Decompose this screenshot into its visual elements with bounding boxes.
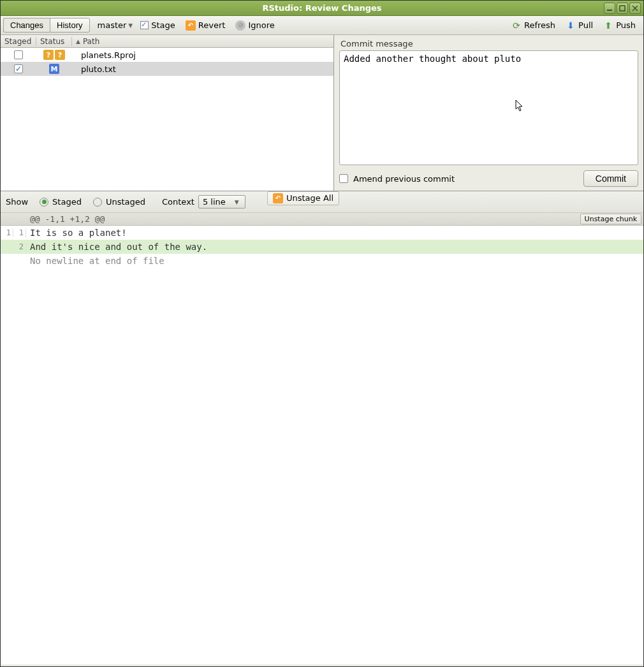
hunk-header: @@ -1,1 +1,2 @@ Unstage chunk — [1, 213, 643, 226]
stage-button[interactable]: Stage — [136, 19, 179, 31]
col-status[interactable]: Status — [36, 37, 72, 46]
col-staged[interactable]: Staged — [1, 37, 36, 46]
status-badge: M — [49, 64, 59, 74]
diff-line-text: And it's nice and out of the way. — [26, 242, 207, 252]
revert-button[interactable]: ↶ Revert — [182, 19, 230, 32]
diff-toolbar: Show Staged Unstaged Context 5 line ▼ ↶ … — [1, 191, 643, 213]
commit-message-label: Commit message — [339, 38, 638, 50]
diff-line[interactable]: 11It is so a planet! — [1, 226, 643, 240]
file-list-pane: Staged Status ▲ Path ??planets.RprojMplu… — [1, 35, 334, 191]
radio-staged[interactable] — [40, 198, 48, 207]
stage-checkbox[interactable] — [14, 64, 23, 73]
col-path[interactable]: ▲ Path — [72, 37, 333, 46]
radio-unstaged[interactable] — [93, 198, 102, 207]
stage-label: Stage — [151, 20, 175, 30]
refresh-label: Refresh — [524, 20, 555, 30]
show-label: Show — [6, 197, 28, 207]
file-row[interactable]: Mpluto.txt — [1, 62, 333, 76]
context-label: Context — [162, 197, 194, 207]
pull-button[interactable]: ⬇ Pull — [562, 19, 597, 32]
pull-icon: ⬇ — [566, 20, 576, 31]
context-select[interactable]: 5 line ▼ — [198, 195, 245, 209]
push-label: Push — [616, 20, 636, 30]
diff-view: @@ -1,1 +1,2 @@ Unstage chunk 11It is so… — [1, 213, 643, 664]
chevron-down-icon: ▼ — [235, 199, 239, 205]
revert-icon: ↶ — [273, 193, 283, 203]
col-path-label: Path — [83, 37, 99, 46]
branch-selector[interactable]: master ▼ — [95, 19, 136, 31]
window-title: RStudio: Review Changes — [262, 3, 381, 13]
branch-name: master — [98, 20, 127, 30]
radio-unstaged-label: Unstaged — [106, 197, 145, 207]
tab-history[interactable]: History — [50, 18, 89, 33]
push-icon: ⬆ — [603, 20, 613, 31]
pull-label: Pull — [578, 20, 593, 30]
revert-icon: ↶ — [186, 20, 196, 31]
diff-line[interactable]: 2And it's nice and out of the way. — [1, 240, 643, 254]
chevron-down-icon: ▼ — [128, 22, 133, 29]
push-button[interactable]: ⬆ Push — [599, 19, 640, 32]
amend-label: Amend previous commit — [353, 174, 455, 184]
svg-rect-1 — [620, 6, 625, 11]
main-toolbar: Changes History master ▼ Stage ↶ Revert … — [1, 16, 643, 35]
revert-label: Revert — [198, 20, 226, 30]
status-badge: ? — [43, 50, 54, 60]
file-path: planets.Rproj — [72, 50, 333, 60]
commit-pane: Commit message Amend previous commit Com… — [334, 35, 643, 191]
file-row[interactable]: ??planets.Rproj — [1, 48, 333, 62]
radio-staged-label: Staged — [52, 197, 82, 207]
file-list-header: Staged Status ▲ Path — [1, 35, 333, 48]
tab-changes[interactable]: Changes — [3, 18, 50, 33]
refresh-icon: ⟳ — [511, 20, 522, 31]
ignore-button[interactable]: ⊘ Ignore — [231, 19, 278, 32]
maximize-button[interactable] — [617, 3, 628, 14]
stage-checkbox[interactable] — [14, 50, 23, 59]
unstage-all-label: Unstage All — [286, 193, 333, 203]
ignore-icon: ⊘ — [235, 20, 245, 31]
amend-checkbox[interactable] — [339, 174, 348, 183]
hunk-header-text: @@ -1,1 +1,2 @@ — [26, 214, 580, 224]
ignore-label: Ignore — [248, 20, 274, 30]
commit-button[interactable]: Commit — [583, 170, 638, 187]
unstage-all-button[interactable]: ↶ Unstage All — [267, 191, 339, 205]
amend-checkbox-row[interactable]: Amend previous commit — [339, 174, 455, 184]
diff-line-text: No newline at end of file — [26, 256, 165, 266]
stage-icon — [140, 21, 149, 29]
commit-message-input[interactable] — [339, 50, 638, 165]
window-titlebar: RStudio: Review Changes — [1, 1, 643, 16]
refresh-button[interactable]: ⟳ Refresh — [508, 19, 559, 32]
unstage-chunk-button[interactable]: Unstage chunk — [580, 214, 641, 224]
diff-line[interactable]: No newline at end of file — [1, 254, 643, 268]
context-value: 5 line — [203, 197, 226, 207]
diff-line-text: It is so a planet! — [26, 228, 127, 238]
close-button[interactable] — [629, 3, 641, 14]
minimize-button[interactable] — [604, 3, 615, 14]
file-path: pluto.txt — [72, 64, 333, 74]
sort-asc-icon: ▲ — [76, 38, 80, 45]
status-badge: ? — [55, 50, 65, 60]
